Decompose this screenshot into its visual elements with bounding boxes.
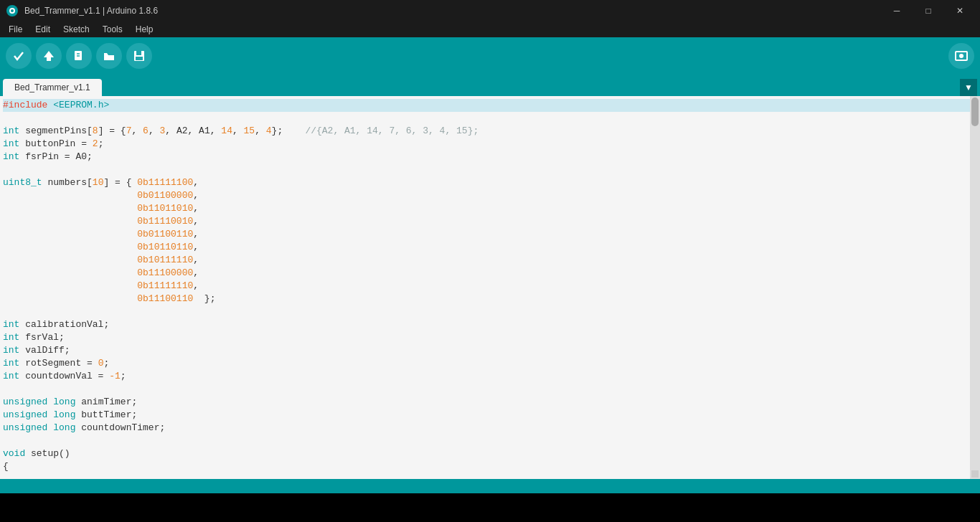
menu-sketch[interactable]: Sketch [57,23,95,36]
new-icon [72,49,86,63]
toolbar-buttons [6,43,152,69]
code-line-13: 0b10111110, [3,254,980,267]
menu-bar: File Edit Sketch Tools Help [0,22,980,37]
svg-point-2 [11,9,14,12]
minimize-button[interactable]: ─ [882,4,911,18]
titlebar-left: Bed_Trammer_v1.1 | Arduino 1.8.6 [6,4,158,17]
toolbar-right [948,43,974,69]
code-line-14: 0b11100000, [3,267,980,280]
code-line-blank-4 [3,383,980,396]
code-line-5: int fsrPin = A0; [3,151,980,163]
code-line-blank-1 [3,112,980,125]
code-line-19: int fsrVal; [3,331,980,344]
toolbar [0,37,980,75]
tab-bed-trammer[interactable]: Bed_Trammer_v1.1 [3,79,102,96]
menu-edit[interactable]: Edit [29,23,56,36]
horizontal-scrollbar-area [0,479,980,493]
new-button[interactable] [66,43,92,69]
app-logo [6,4,19,17]
upload-icon [42,49,56,63]
code-line-28: void setup() [3,447,980,460]
svg-marker-3 [44,51,54,61]
code-line-1: #include <EEPROM.h> [3,99,980,112]
save-button[interactable] [126,43,152,69]
code-line-8: 0b01100000, [3,189,980,202]
tab-bar: Bed_Trammer_v1.1 ▼ [0,75,980,96]
code-line-7: uint8_t numbers[10] = { 0b11111100, [3,176,980,189]
console-output [0,493,980,522]
menu-tools[interactable]: Tools [97,23,128,36]
serial-monitor-button[interactable] [948,43,974,69]
code-line-3: int segmentPins[8] = {7, 6, 3, A2, A1, 1… [3,125,980,138]
upload-button[interactable] [36,43,62,69]
save-icon [132,49,146,63]
code-line-22: int countdownVal = -1; [3,370,980,383]
scrollbar-bottom-arrow[interactable] [971,470,979,478]
serial-monitor-icon [954,49,969,63]
code-editor[interactable]: #include <EEPROM.h> int segmentPins[8] =… [0,96,980,479]
svg-rect-9 [136,51,141,55]
code-line-12: 0b10110110, [3,241,980,254]
code-line-9: 0b11011010, [3,202,980,215]
verify-icon [11,49,26,63]
code-line-15: 0b11111110, [3,280,980,293]
code-line-16: 0b11100110 }; [3,293,980,305]
code-line-26: unsigned long countdownTimer; [3,422,980,435]
verify-button[interactable] [6,43,32,69]
tab-dropdown-button[interactable]: ▼ [960,79,977,96]
code-line-4: int buttonPin = 2; [3,138,980,151]
tabs: Bed_Trammer_v1.1 [3,79,102,96]
open-button[interactable] [96,43,122,69]
code-line-blank-5 [3,435,980,447]
code-line-24: unsigned long animTimer; [3,396,980,409]
code-line-blank-3 [3,305,980,318]
code-line-10: 0b11110010, [3,215,980,228]
svg-point-12 [959,54,963,58]
code-line-blank-2 [3,163,980,176]
code-line-20: int valDiff; [3,344,980,357]
code-line-29: { [3,460,980,473]
editor-area: #include <EEPROM.h> int segmentPins[8] =… [0,96,980,479]
maximize-button[interactable]: □ [914,4,943,18]
close-button[interactable]: ✕ [946,4,974,18]
scrollbar-thumb[interactable] [971,98,979,126]
open-icon [102,49,116,63]
menu-file[interactable]: File [3,23,28,36]
editor-scrollbar[interactable] [970,96,980,479]
svg-rect-10 [136,57,143,60]
menu-help[interactable]: Help [130,23,159,36]
code-line-25: unsigned long buttTimer; [3,409,980,422]
window-controls: ─ □ ✕ [882,4,974,18]
code-line-11: 0b01100110, [3,228,980,241]
title-text: Bed_Trammer_v1.1 | Arduino 1.8.6 [24,6,158,16]
svg-marker-7 [104,53,114,60]
code-line-18: int calibrationVal; [3,318,980,331]
title-bar: Bed_Trammer_v1.1 | Arduino 1.8.6 ─ □ ✕ [0,0,980,22]
code-line-21: int rotSegment = 0; [3,357,980,370]
